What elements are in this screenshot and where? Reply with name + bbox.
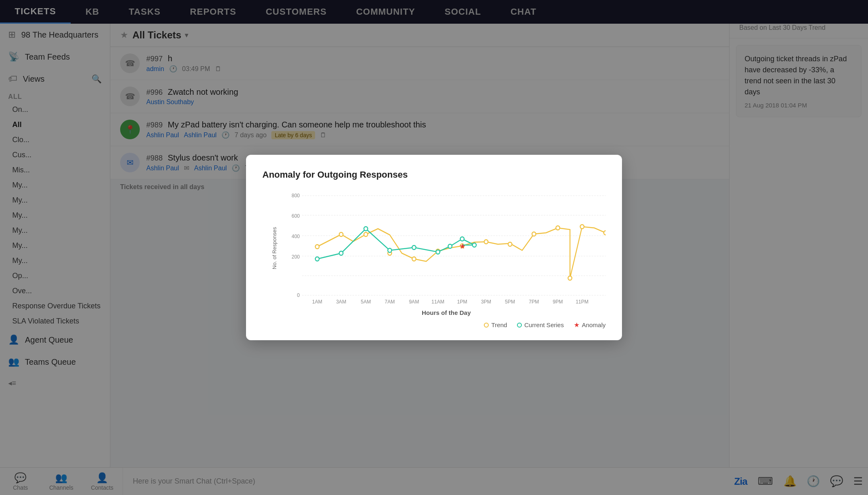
svg-text:200: 200 <box>291 254 300 260</box>
y-axis-label: No. of Responses <box>272 227 278 269</box>
legend-current-series: Current Series <box>517 321 564 328</box>
current-series-dot <box>388 248 391 252</box>
current-series-dot <box>339 251 343 255</box>
trend-dot <box>484 240 488 244</box>
current-series-legend-dot <box>517 323 522 328</box>
svg-text:400: 400 <box>291 234 300 240</box>
trend-dot <box>508 242 512 246</box>
chart-title: Anomaly for Outgoing Responses <box>262 169 606 180</box>
chart-container: No. of Responses 800 600 <box>262 190 606 329</box>
trend-dot <box>532 232 536 236</box>
trend-dot <box>339 232 343 236</box>
svg-text:9AM: 9AM <box>409 299 419 304</box>
trend-legend-dot <box>484 323 489 328</box>
svg-text:800: 800 <box>291 193 300 199</box>
chart-modal: Anomaly for Outgoing Responses No. of Re… <box>246 155 622 340</box>
svg-text:9PM: 9PM <box>553 299 563 304</box>
trend-dot <box>315 245 319 249</box>
anomaly-legend-icon: ★ <box>574 321 579 329</box>
anomaly-marker: ★ <box>459 242 465 251</box>
svg-text:7PM: 7PM <box>529 299 539 304</box>
current-series-dot <box>436 250 440 254</box>
current-series-dot <box>315 257 319 261</box>
current-series-dot <box>472 243 476 247</box>
x-axis-label: Hours of the Day <box>287 309 606 316</box>
svg-text:5AM: 5AM <box>361 299 371 304</box>
trend-dot <box>364 232 368 236</box>
legend-anomaly: ★ Anomaly <box>574 321 606 329</box>
svg-text:11AM: 11AM <box>432 299 445 304</box>
anomaly-legend-label: Anomaly <box>582 321 606 328</box>
trend-dot <box>568 276 572 280</box>
chart-legend: Trend Current Series ★ Anomaly <box>262 321 606 329</box>
current-series-dot <box>412 245 416 250</box>
svg-text:3AM: 3AM <box>336 299 346 304</box>
svg-text:7AM: 7AM <box>385 299 395 304</box>
svg-text:600: 600 <box>291 213 300 219</box>
svg-text:1AM: 1AM <box>312 299 322 304</box>
current-series-dot <box>460 237 464 241</box>
modal-overlay[interactable]: Anomaly for Outgoing Responses No. of Re… <box>0 0 868 495</box>
current-series-dot <box>448 244 452 248</box>
current-series-dot <box>364 227 368 231</box>
svg-text:1PM: 1PM <box>457 299 468 304</box>
svg-text:5PM: 5PM <box>505 299 515 304</box>
trend-dot <box>580 225 584 229</box>
trend-dot <box>412 257 416 261</box>
svg-text:11PM: 11PM <box>576 299 589 304</box>
current-series-legend-label: Current Series <box>524 321 564 328</box>
chart-svg: 800 600 400 200 0 1AM 3AM 5AM 7AM 9AM 11… <box>287 190 606 304</box>
trend-dot <box>604 231 606 235</box>
legend-trend: Trend <box>484 321 507 328</box>
trend-legend-label: Trend <box>491 321 507 328</box>
svg-text:0: 0 <box>297 292 300 299</box>
trend-dot <box>556 226 559 230</box>
svg-text:3PM: 3PM <box>481 299 491 304</box>
